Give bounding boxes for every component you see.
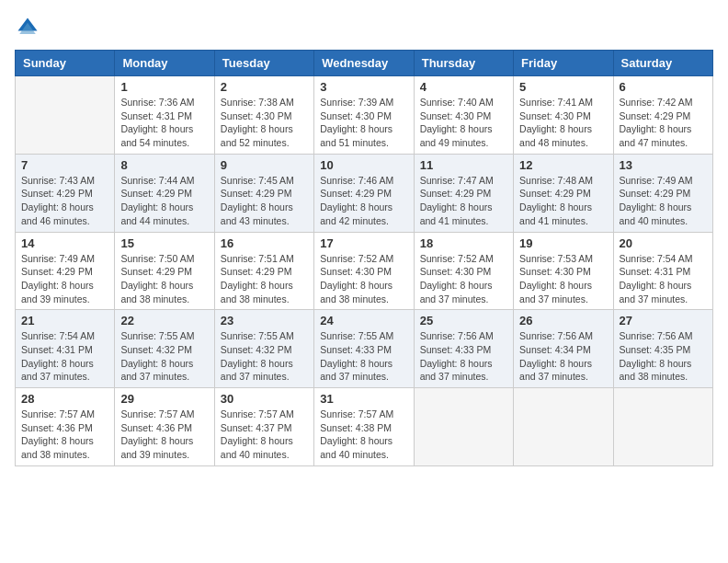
day-number: 16 [221,236,308,250]
day-number: 6 [620,80,707,94]
day-number: 28 [21,392,108,406]
calendar-cell: 1Sunrise: 7:36 AM Sunset: 4:31 PM Daylig… [115,76,214,155]
day-info: Sunrise: 7:55 AM Sunset: 4:32 PM Dayligh… [120,329,208,384]
day-info: Sunrise: 7:47 AM Sunset: 4:29 PM Dayligh… [420,174,507,228]
day-info: Sunrise: 7:45 AM Sunset: 4:29 PM Dayligh… [221,174,308,228]
day-number: 10 [320,158,407,172]
day-number: 18 [420,236,507,250]
calendar-table: SundayMondayTuesdayWednesdayThursdayFrid… [15,50,713,466]
day-number: 14 [21,236,108,250]
logo [15,15,44,40]
day-info: Sunrise: 7:57 AM Sunset: 4:38 PM Dayligh… [320,408,407,462]
calendar-cell: 26Sunrise: 7:56 AM Sunset: 4:34 PM Dayli… [514,310,613,388]
day-number: 3 [320,80,407,94]
day-number: 9 [221,158,308,172]
day-number: 21 [21,314,108,327]
day-info: Sunrise: 7:50 AM Sunset: 4:29 PM Dayligh… [120,252,208,306]
calendar-cell: 3Sunrise: 7:39 AM Sunset: 4:30 PM Daylig… [314,76,414,155]
day-number: 30 [221,392,308,406]
calendar-cell: 18Sunrise: 7:52 AM Sunset: 4:30 PM Dayli… [414,232,513,310]
calendar-cell: 14Sunrise: 7:49 AM Sunset: 4:29 PM Dayli… [16,232,115,310]
day-info: Sunrise: 7:52 AM Sunset: 4:30 PM Dayligh… [420,252,507,306]
day-info: Sunrise: 7:56 AM Sunset: 4:35 PM Dayligh… [620,329,707,384]
day-info: Sunrise: 7:38 AM Sunset: 4:30 PM Dayligh… [221,96,308,150]
calendar-cell [414,388,513,466]
day-info: Sunrise: 7:49 AM Sunset: 4:29 PM Dayligh… [21,252,108,306]
calendar-cell: 5Sunrise: 7:41 AM Sunset: 4:30 PM Daylig… [514,76,613,155]
day-number: 25 [420,314,507,327]
day-info: Sunrise: 7:49 AM Sunset: 4:29 PM Dayligh… [620,174,707,228]
calendar-cell: 29Sunrise: 7:57 AM Sunset: 4:36 PM Dayli… [115,388,214,466]
calendar-cell: 24Sunrise: 7:55 AM Sunset: 4:33 PM Dayli… [314,310,414,388]
calendar-week-row: 1Sunrise: 7:36 AM Sunset: 4:31 PM Daylig… [16,76,713,155]
day-info: Sunrise: 7:54 AM Sunset: 4:31 PM Dayligh… [21,329,108,384]
day-info: Sunrise: 7:57 AM Sunset: 4:36 PM Dayligh… [21,408,108,462]
day-number: 7 [21,158,108,172]
day-number: 5 [519,80,607,94]
day-info: Sunrise: 7:54 AM Sunset: 4:31 PM Dayligh… [620,252,707,306]
day-info: Sunrise: 7:51 AM Sunset: 4:29 PM Dayligh… [221,252,308,306]
day-number: 11 [420,158,507,172]
calendar-cell: 23Sunrise: 7:55 AM Sunset: 4:32 PM Dayli… [214,310,313,388]
day-number: 8 [120,158,208,172]
calendar-cell: 8Sunrise: 7:44 AM Sunset: 4:29 PM Daylig… [115,154,214,232]
day-number: 1 [120,80,208,94]
day-header-wednesday: Wednesday [314,51,414,76]
calendar-cell: 28Sunrise: 7:57 AM Sunset: 4:36 PM Dayli… [16,388,115,466]
calendar-cell: 9Sunrise: 7:45 AM Sunset: 4:29 PM Daylig… [214,154,313,232]
calendar-week-row: 21Sunrise: 7:54 AM Sunset: 4:31 PM Dayli… [16,310,713,388]
day-info: Sunrise: 7:55 AM Sunset: 4:32 PM Dayligh… [221,329,308,384]
calendar-cell: 30Sunrise: 7:57 AM Sunset: 4:37 PM Dayli… [214,388,313,466]
calendar-cell: 13Sunrise: 7:49 AM Sunset: 4:29 PM Dayli… [613,154,712,232]
day-number: 17 [320,236,407,250]
calendar-week-row: 28Sunrise: 7:57 AM Sunset: 4:36 PM Dayli… [16,388,713,466]
logo-icon [15,15,40,40]
day-header-thursday: Thursday [414,51,513,76]
day-header-tuesday: Tuesday [214,51,313,76]
calendar-cell: 22Sunrise: 7:55 AM Sunset: 4:32 PM Dayli… [115,310,214,388]
days-header-row: SundayMondayTuesdayWednesdayThursdayFrid… [16,51,713,76]
day-header-sunday: Sunday [16,51,115,76]
calendar-cell: 20Sunrise: 7:54 AM Sunset: 4:31 PM Dayli… [613,232,712,310]
day-number: 22 [120,314,208,327]
day-info: Sunrise: 7:53 AM Sunset: 4:30 PM Dayligh… [519,252,607,306]
calendar-cell: 2Sunrise: 7:38 AM Sunset: 4:30 PM Daylig… [214,76,313,155]
day-number: 12 [519,158,607,172]
calendar-cell [613,388,712,466]
day-number: 29 [120,392,208,406]
calendar-cell [16,76,115,155]
calendar-cell: 19Sunrise: 7:53 AM Sunset: 4:30 PM Dayli… [514,232,613,310]
calendar-cell: 27Sunrise: 7:56 AM Sunset: 4:35 PM Dayli… [613,310,712,388]
day-number: 31 [320,392,407,406]
calendar-cell: 31Sunrise: 7:57 AM Sunset: 4:38 PM Dayli… [314,388,414,466]
day-header-saturday: Saturday [613,51,712,76]
calendar-cell: 6Sunrise: 7:42 AM Sunset: 4:29 PM Daylig… [613,76,712,155]
calendar-cell: 17Sunrise: 7:52 AM Sunset: 4:30 PM Dayli… [314,232,414,310]
day-number: 27 [620,314,707,327]
day-number: 13 [620,158,707,172]
day-info: Sunrise: 7:42 AM Sunset: 4:29 PM Dayligh… [620,96,707,150]
page-header [15,15,713,40]
calendar-week-row: 7Sunrise: 7:43 AM Sunset: 4:29 PM Daylig… [16,154,713,232]
day-info: Sunrise: 7:55 AM Sunset: 4:33 PM Dayligh… [320,329,407,384]
calendar-cell: 15Sunrise: 7:50 AM Sunset: 4:29 PM Dayli… [115,232,214,310]
day-number: 23 [221,314,308,327]
day-number: 4 [420,80,507,94]
day-info: Sunrise: 7:56 AM Sunset: 4:33 PM Dayligh… [420,329,507,384]
day-info: Sunrise: 7:41 AM Sunset: 4:30 PM Dayligh… [519,96,607,150]
day-info: Sunrise: 7:56 AM Sunset: 4:34 PM Dayligh… [519,329,607,384]
calendar-cell: 10Sunrise: 7:46 AM Sunset: 4:29 PM Dayli… [314,154,414,232]
day-info: Sunrise: 7:43 AM Sunset: 4:29 PM Dayligh… [21,174,108,228]
day-info: Sunrise: 7:57 AM Sunset: 4:37 PM Dayligh… [221,408,308,462]
day-info: Sunrise: 7:36 AM Sunset: 4:31 PM Dayligh… [120,96,208,150]
day-number: 15 [120,236,208,250]
day-info: Sunrise: 7:44 AM Sunset: 4:29 PM Dayligh… [120,174,208,228]
calendar-cell: 7Sunrise: 7:43 AM Sunset: 4:29 PM Daylig… [16,154,115,232]
day-number: 24 [320,314,407,327]
day-number: 20 [620,236,707,250]
day-number: 19 [519,236,607,250]
day-header-monday: Monday [115,51,214,76]
calendar-cell: 12Sunrise: 7:48 AM Sunset: 4:29 PM Dayli… [514,154,613,232]
day-info: Sunrise: 7:39 AM Sunset: 4:30 PM Dayligh… [320,96,407,150]
day-number: 26 [519,314,607,327]
